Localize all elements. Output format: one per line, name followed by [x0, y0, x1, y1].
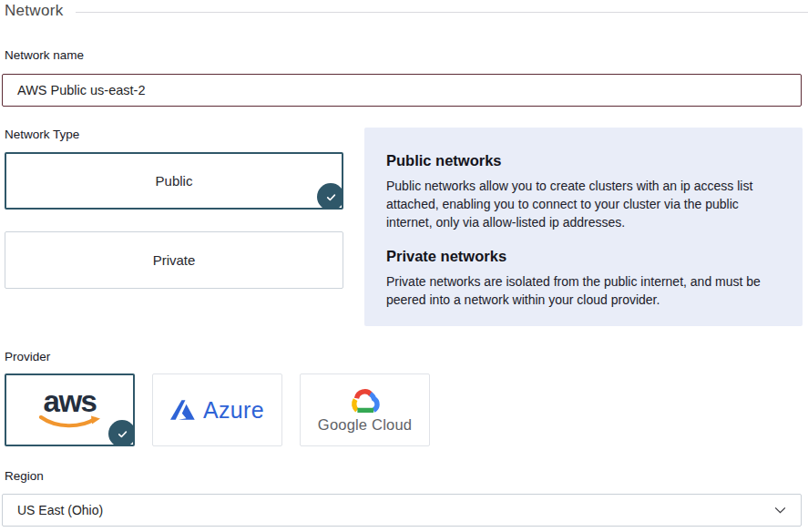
selected-check-icon — [317, 183, 343, 210]
network-name-value: AWS Public us-east-2 — [17, 83, 145, 97]
region-label: Region — [5, 469, 44, 483]
aws-wordmark: aws — [44, 386, 97, 416]
provider-label: Provider — [5, 350, 50, 363]
network-type-label: Network Type — [5, 128, 79, 141]
network-name-label: Network name — [5, 48, 84, 62]
network-type-option-public[interactable]: Public — [5, 152, 343, 210]
aws-logo-icon: aws — [38, 386, 102, 430]
google-cloud-mark-icon — [347, 387, 384, 414]
azure-wordmark: Azure — [203, 397, 264, 424]
section-header: Network — [5, 2, 808, 20]
region-select[interactable]: US East (Ohio) — [2, 494, 802, 527]
provider-options: aws Azure — [5, 373, 430, 446]
aws-smile-icon — [38, 415, 102, 430]
azure-mark-icon — [170, 400, 195, 420]
provider-option-google-cloud[interactable]: Google Cloud — [300, 373, 430, 446]
network-type-option-private[interactable]: Private — [5, 231, 343, 289]
network-type-option-label: Private — [153, 252, 196, 268]
page-title: Network — [5, 2, 63, 20]
chevron-down-icon — [774, 506, 786, 514]
selected-check-icon — [108, 420, 135, 446]
network-name-input[interactable]: AWS Public us-east-2 — [2, 74, 802, 107]
network-type-option-label: Public — [156, 173, 193, 189]
info-heading-private: Private networks — [386, 248, 781, 265]
info-body-private: Private networks are isolated from the p… — [386, 273, 781, 310]
region-selected-value: US East (Ohio) — [17, 503, 103, 517]
azure-logo-icon: Azure — [170, 397, 264, 424]
provider-option-aws[interactable]: aws — [5, 373, 135, 446]
google-cloud-wordmark: Google Cloud — [318, 416, 412, 434]
network-form: Network Network name AWS Public us-east-… — [0, 0, 808, 532]
network-type-info-panel: Public networks Public networks allow yo… — [364, 128, 803, 326]
google-cloud-logo-icon: Google Cloud — [318, 387, 412, 434]
info-heading-public: Public networks — [386, 152, 781, 169]
divider — [76, 12, 808, 13]
info-body-public: Public networks allow you to create clus… — [386, 178, 781, 232]
provider-option-azure[interactable]: Azure — [152, 373, 282, 446]
